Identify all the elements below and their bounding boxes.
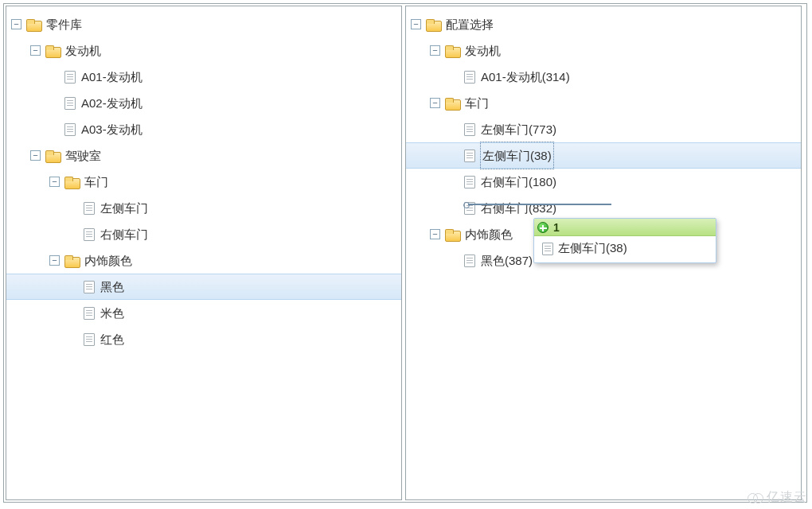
node-label: A01-发动机 xyxy=(80,64,143,90)
node-label: 发动机 xyxy=(64,37,102,64)
file-icon xyxy=(464,150,475,162)
collapse-icon[interactable]: − xyxy=(30,150,41,161)
watermark-text: 亿速云 xyxy=(767,489,807,506)
collapse-icon[interactable]: − xyxy=(30,45,41,56)
drag-item-label: 左侧车门(38) xyxy=(558,241,627,256)
tree-node-cab[interactable]: − 驾驶室 xyxy=(6,142,401,169)
config-tree-panel: − 配置选择 − 发动机 A01-发动机(314) − 车门 xyxy=(405,6,802,500)
collapse-icon[interactable]: − xyxy=(430,45,440,56)
node-label: 左侧车门(38) xyxy=(480,142,554,169)
folder-icon xyxy=(445,45,459,56)
collapse-icon[interactable]: − xyxy=(49,177,60,187)
folder-icon xyxy=(64,177,79,188)
folder-icon xyxy=(445,229,459,240)
drop-allowed-icon xyxy=(537,222,548,233)
collapse-icon[interactable]: − xyxy=(11,19,21,29)
file-icon xyxy=(64,97,76,110)
tree-node-engine[interactable]: − 发动机 xyxy=(406,37,801,64)
collapse-icon[interactable]: − xyxy=(430,98,440,108)
folder-icon xyxy=(64,255,79,266)
tree-node-colors[interactable]: − 内饰颜色 xyxy=(6,247,401,274)
tree-leaf[interactable]: A01-发动机(314) xyxy=(406,64,801,90)
node-label: A02-发动机 xyxy=(80,90,143,116)
tree-leaf[interactable]: A03-发动机 xyxy=(6,116,401,142)
node-label: 右侧车门(180) xyxy=(480,169,557,195)
tree-root-config[interactable]: − 配置选择 xyxy=(406,11,801,37)
node-label: 车门 xyxy=(84,169,109,195)
node-label: 米色 xyxy=(100,300,125,326)
file-icon xyxy=(464,254,475,267)
node-label: 发动机 xyxy=(464,37,502,64)
node-label: 黑色 xyxy=(100,274,125,300)
file-icon xyxy=(84,333,95,346)
node-label: 零件库 xyxy=(45,11,83,37)
parts-tree-panel: − 零件库 − 发动机 A01-发动机 A02-发动机 xyxy=(6,6,402,500)
tree-leaf[interactable]: 左侧车门 xyxy=(6,195,401,221)
file-icon xyxy=(84,202,95,215)
file-icon xyxy=(542,243,553,255)
folder-icon xyxy=(26,19,41,30)
tree-leaf[interactable]: A02-发动机 xyxy=(6,90,401,116)
node-label: 车门 xyxy=(464,90,490,116)
tree-node-doors[interactable]: − 车门 xyxy=(406,90,801,116)
folder-icon xyxy=(45,150,60,161)
node-label: 左侧车门(773) xyxy=(480,116,557,142)
folder-icon xyxy=(426,19,440,30)
watermark-logo-icon xyxy=(748,493,763,503)
drag-proxy[interactable]: 1 左侧车门(38) xyxy=(533,218,716,263)
node-label: 红色 xyxy=(100,326,125,352)
file-icon xyxy=(84,281,95,293)
tree-node-doors[interactable]: − 车门 xyxy=(6,169,401,195)
watermark: 亿速云 xyxy=(748,489,807,506)
node-label: 配置选择 xyxy=(445,11,494,37)
file-icon xyxy=(464,123,475,136)
collapse-icon[interactable]: − xyxy=(411,19,421,29)
node-label: 内饰颜色 xyxy=(464,221,513,247)
drag-proxy-body: 左侧车门(38) xyxy=(534,236,716,262)
node-label: A01-发动机(314) xyxy=(480,64,571,90)
folder-icon xyxy=(445,98,459,109)
tree-leaf-selected[interactable]: 黑色 xyxy=(6,274,401,300)
node-label: 黑色(387) xyxy=(480,247,533,274)
folder-icon xyxy=(45,45,60,56)
drag-proxy-header: 1 xyxy=(534,219,716,236)
collapse-icon[interactable]: − xyxy=(430,229,440,239)
parts-tree[interactable]: − 零件库 − 发动机 A01-发动机 A02-发动机 xyxy=(6,6,401,352)
file-icon xyxy=(464,176,475,188)
node-label: A03-发动机 xyxy=(80,116,143,142)
split-container: − 零件库 − 发动机 A01-发动机 A02-发动机 xyxy=(3,3,807,503)
node-label: 驾驶室 xyxy=(64,142,102,169)
tree-leaf[interactable]: A01-发动机 xyxy=(6,64,401,90)
collapse-icon[interactable]: − xyxy=(49,255,60,266)
file-icon xyxy=(84,307,95,320)
file-icon xyxy=(64,71,76,84)
tree-root-parts[interactable]: − 零件库 xyxy=(6,11,401,37)
tree-leaf[interactable]: 米色 xyxy=(6,300,401,326)
tree-leaf[interactable]: 左侧车门(773) xyxy=(406,116,801,142)
node-label: 右侧车门 xyxy=(100,221,149,247)
tree-node-engine[interactable]: − 发动机 xyxy=(6,37,401,64)
file-icon xyxy=(64,123,76,136)
drop-insert-indicator xyxy=(468,204,611,205)
file-icon xyxy=(84,228,95,241)
node-label: 左侧车门 xyxy=(100,195,149,221)
tree-leaf[interactable]: 右侧车门(180) xyxy=(406,169,801,195)
node-label: 内饰颜色 xyxy=(84,247,133,274)
tree-leaf-dragging[interactable]: 左侧车门(38) xyxy=(406,142,801,169)
file-icon xyxy=(464,71,475,84)
tree-leaf[interactable]: 红色 xyxy=(6,326,401,352)
drag-count: 1 xyxy=(553,221,560,234)
tree-leaf[interactable]: 右侧车门 xyxy=(6,221,401,247)
